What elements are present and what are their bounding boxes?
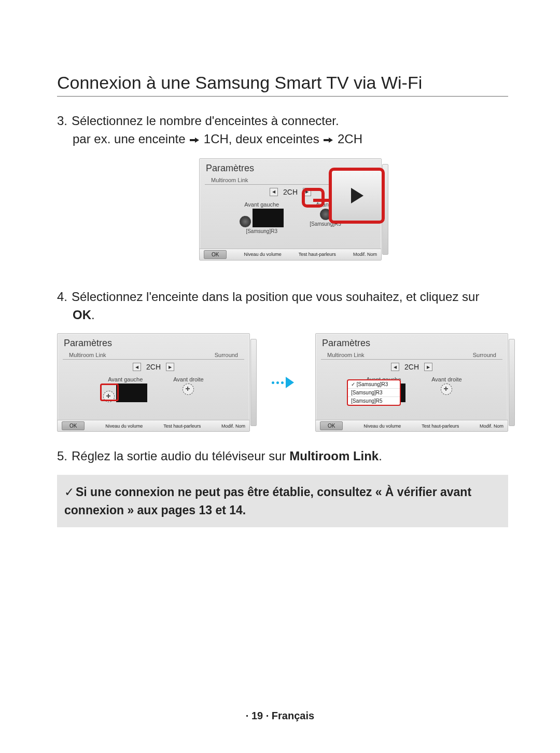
scrollbar[interactable]	[250, 339, 257, 426]
panel-subtitle-left: Multiroom Link	[69, 352, 106, 358]
note-box: ✓Si une connexion ne peut pas être établ…	[57, 475, 508, 527]
preview-thumbnail	[116, 384, 147, 402]
front-left-label: Avant gauche	[244, 201, 279, 208]
channel-value: 2CH	[283, 188, 298, 196]
step-4-number: 4.	[57, 288, 72, 306]
panel-bottom-item[interactable]: Niveau du volume	[244, 252, 282, 257]
check-icon: ✓	[64, 483, 76, 501]
tv-settings-panel-left: Paramètres Multiroom Link Surround ◀ 2CH…	[57, 333, 250, 432]
step-4: 4.Sélectionnez l'enceinte dans la positi…	[57, 288, 508, 324]
channel-prev-button[interactable]: ◀	[133, 363, 141, 371]
dropdown-option-selected[interactable]: [Samsung]R3	[348, 380, 400, 389]
front-right-label: Avant droite	[173, 376, 204, 382]
preview-thumbnail	[253, 209, 284, 227]
step-4-text: Sélectionnez l'enceinte dans la position…	[72, 290, 479, 304]
speaker-dropdown[interactable]: [Samsung]R3 [Samsung]R3 [Samsung]R5	[347, 379, 401, 406]
channel-value: 2CH	[146, 363, 161, 371]
speaker-icon[interactable]	[240, 216, 251, 227]
page-footer: · 19 · Français	[0, 710, 560, 722]
panel-bottom-item[interactable]: Modif. Nom	[480, 423, 503, 429]
scrollbar[interactable]	[509, 339, 515, 426]
panel-bottom-item[interactable]: Test haut-parleurs	[163, 423, 201, 429]
step-3-line2c: 2CH	[338, 132, 362, 146]
step-3-line1: Sélectionnez le nombre d'enceintes à con…	[72, 114, 339, 128]
panel-subtitle-left: Multiroom Link	[211, 177, 248, 183]
step-3-line2a: par ex. une enceinte	[73, 132, 189, 146]
dropdown-option[interactable]: [Samsung]R3	[348, 389, 400, 397]
panel-subtitle-right: Surround	[473, 352, 496, 358]
channel-value: 2CH	[404, 363, 419, 371]
step-4-ok: OK	[73, 308, 91, 322]
step-3-number: 3.	[57, 112, 72, 130]
panel-title: Paramètres	[316, 334, 508, 351]
channel-prev-button[interactable]: ◀	[270, 188, 278, 196]
panel-ok-button[interactable]: OK	[204, 250, 227, 259]
panel-bottom-item[interactable]: Modif. Nom	[221, 423, 245, 429]
arrow-right-icon	[324, 131, 333, 149]
panel-bottom-item[interactable]: Test haut-parleurs	[422, 423, 459, 429]
panel-ok-button[interactable]: OK	[320, 421, 343, 430]
panel-bottom-item[interactable]: Modif. Nom	[353, 252, 377, 257]
front-right-label: Avant droite	[431, 376, 462, 382]
channel-next-button[interactable]: ▶	[424, 363, 432, 371]
front-left-label: Avant gauche	[108, 376, 143, 382]
figure-step4: Paramètres Multiroom Link Surround ◀ 2CH…	[57, 333, 508, 432]
channel-prev-button[interactable]: ◀	[391, 363, 399, 371]
step-5-text: Réglez la sortie audio du téléviseur sur	[72, 449, 289, 463]
flow-arrow-icon	[272, 377, 294, 388]
panel-subtitle-right: Surround	[215, 352, 238, 358]
callout-play-button	[329, 168, 385, 224]
step-4-period: .	[91, 308, 95, 322]
step-5-bold: Multiroom Link	[289, 449, 379, 463]
speaker-name-left: [Samsung]R3	[246, 228, 277, 234]
dropdown-option[interactable]: [Samsung]R5	[348, 397, 400, 405]
panel-bottom-item[interactable]: Test haut-parleurs	[299, 252, 336, 257]
panel-title: Paramètres	[58, 334, 249, 351]
add-speaker-icon[interactable]	[183, 384, 194, 395]
step-5-number: 5.	[57, 447, 72, 466]
note-text: Si une connexion ne peut pas être établi…	[64, 485, 471, 517]
page-title: Connexion à une Samsung Smart TV via Wi-…	[57, 73, 508, 97]
arrow-right-icon	[190, 131, 199, 149]
highlight-next-button	[302, 188, 325, 208]
channel-next-button[interactable]: ▶	[166, 363, 174, 371]
panel-bottom-item[interactable]: Niveau du volume	[363, 423, 401, 429]
tv-settings-panel-right: Paramètres Multiroom Link Surround ◀ 2CH…	[315, 333, 508, 432]
figure-step3: Paramètres Multiroom Link ◀ 2CH ▶ Avant …	[57, 158, 508, 272]
panel-ok-button[interactable]: OK	[62, 421, 85, 430]
step-5-period: .	[379, 449, 382, 463]
panel-bottom-item[interactable]: Niveau du volume	[105, 423, 143, 429]
panel-subtitle-left: Multiroom Link	[327, 352, 365, 358]
add-speaker-icon[interactable]	[441, 384, 452, 395]
step-3: 3.Sélectionnez le nombre d'enceintes à c…	[57, 112, 508, 149]
step-3-line2b: 1CH, deux enceintes	[204, 132, 323, 146]
highlight-add-left	[100, 384, 119, 401]
step-5: 5.Réglez la sortie audio du téléviseur s…	[57, 447, 508, 466]
